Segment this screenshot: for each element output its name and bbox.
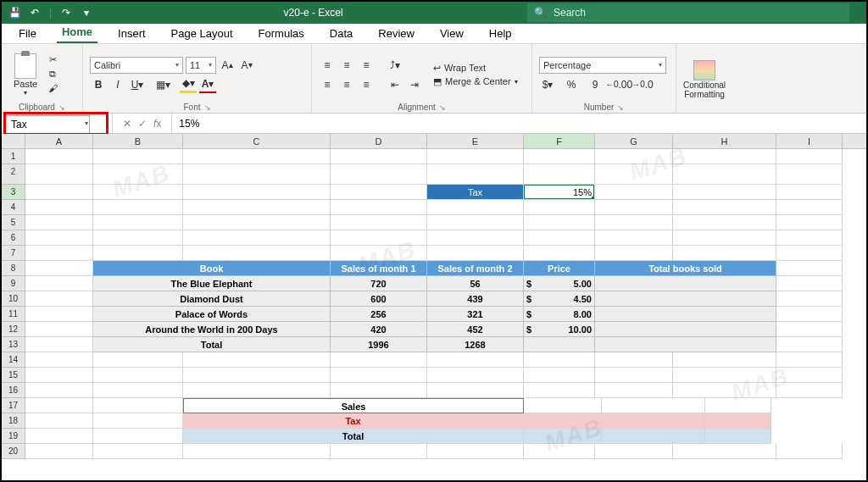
col-header-D[interactable]: D bbox=[331, 134, 427, 148]
orientation-icon[interactable]: ⤴▾ bbox=[387, 57, 403, 74]
cell[interactable] bbox=[595, 185, 673, 200]
cell[interactable] bbox=[524, 149, 595, 164]
cell[interactable] bbox=[25, 246, 93, 261]
cell[interactable] bbox=[427, 444, 524, 459]
cell[interactable] bbox=[427, 230, 524, 246]
cell[interactable] bbox=[602, 398, 705, 413]
cell[interactable] bbox=[93, 200, 183, 215]
cell[interactable] bbox=[602, 413, 705, 429]
cell[interactable] bbox=[776, 337, 843, 352]
cell[interactable] bbox=[183, 215, 331, 230]
cell[interactable] bbox=[25, 215, 93, 230]
col-header-F[interactable]: F bbox=[524, 134, 595, 148]
cell[interactable]: $8.00 bbox=[524, 307, 595, 322]
cell[interactable] bbox=[673, 352, 776, 368]
cell[interactable] bbox=[93, 246, 183, 261]
cell[interactable] bbox=[524, 246, 595, 261]
conditional-formatting-button[interactable]: Conditional Formatting bbox=[683, 60, 726, 99]
tab-page-layout[interactable]: Page Layout bbox=[166, 24, 238, 43]
cell[interactable] bbox=[93, 215, 183, 230]
cell[interactable] bbox=[427, 246, 524, 261]
cell[interactable] bbox=[183, 200, 331, 215]
cell[interactable] bbox=[673, 164, 776, 185]
cell[interactable] bbox=[705, 398, 771, 413]
cell[interactable] bbox=[93, 368, 183, 383]
cell[interactable] bbox=[93, 149, 183, 164]
cell[interactable]: Total bbox=[93, 337, 331, 352]
cell[interactable] bbox=[524, 413, 602, 429]
cell[interactable] bbox=[427, 164, 524, 185]
row-header-19[interactable]: 19 bbox=[2, 429, 25, 444]
cell[interactable] bbox=[673, 200, 776, 215]
row-header-6[interactable]: 6 bbox=[2, 230, 25, 246]
cell[interactable] bbox=[595, 230, 673, 246]
row-header-2[interactable]: 2 bbox=[2, 164, 25, 185]
cell[interactable] bbox=[427, 149, 524, 164]
cell[interactable] bbox=[25, 444, 93, 459]
cell[interactable] bbox=[776, 215, 843, 230]
cell[interactable] bbox=[331, 352, 427, 368]
cell[interactable] bbox=[776, 368, 843, 383]
font-name-combo[interactable]: Calibri▾ bbox=[90, 57, 183, 74]
cell[interactable] bbox=[427, 215, 524, 230]
cell[interactable] bbox=[331, 149, 427, 164]
cell[interactable] bbox=[93, 429, 183, 444]
cell[interactable]: $5.00 bbox=[524, 276, 595, 291]
cell[interactable] bbox=[776, 261, 843, 276]
qat-customize-icon[interactable]: ▾ bbox=[81, 7, 92, 19]
comma-format-button[interactable]: 9 bbox=[587, 76, 604, 93]
cell[interactable] bbox=[25, 337, 93, 352]
cell[interactable]: Price bbox=[524, 261, 595, 276]
cell[interactable] bbox=[183, 383, 331, 398]
col-header-E[interactable]: E bbox=[427, 134, 524, 148]
col-header-C[interactable]: C bbox=[183, 134, 331, 148]
row-header-8[interactable]: 8 bbox=[2, 261, 25, 276]
decrease-indent-icon[interactable]: ⇤ bbox=[387, 76, 403, 93]
cell[interactable] bbox=[25, 164, 93, 185]
row-header-10[interactable]: 10 bbox=[2, 291, 25, 307]
col-header-A[interactable]: A bbox=[25, 134, 93, 148]
cell[interactable] bbox=[427, 383, 524, 398]
increase-indent-icon[interactable]: ⇥ bbox=[406, 76, 423, 93]
cell[interactable] bbox=[427, 368, 524, 383]
tab-insert[interactable]: Insert bbox=[113, 24, 151, 43]
row-header-18[interactable]: 18 bbox=[2, 413, 25, 429]
row-header-1[interactable]: 1 bbox=[2, 149, 25, 164]
cell[interactable] bbox=[93, 398, 183, 413]
cell[interactable] bbox=[776, 185, 843, 200]
cell[interactable] bbox=[331, 230, 427, 246]
increase-decimal-icon[interactable]: ←0.00 bbox=[610, 76, 627, 93]
cell[interactable] bbox=[673, 383, 776, 398]
cell[interactable] bbox=[183, 164, 331, 185]
cell[interactable] bbox=[673, 230, 776, 246]
cell[interactable] bbox=[595, 200, 673, 215]
cell[interactable]: 452 bbox=[427, 322, 524, 337]
cell[interactable] bbox=[705, 413, 771, 429]
font-color-button[interactable]: A▾ bbox=[199, 76, 216, 93]
cell[interactable] bbox=[25, 307, 93, 322]
cell[interactable] bbox=[776, 246, 843, 261]
col-header-H[interactable]: H bbox=[673, 134, 776, 148]
copy-icon[interactable]: ⧉ bbox=[46, 69, 59, 80]
cell[interactable] bbox=[93, 352, 183, 368]
col-header-G[interactable]: G bbox=[595, 134, 673, 148]
row-header-16[interactable]: 16 bbox=[2, 383, 25, 398]
row-header-5[interactable]: 5 bbox=[2, 215, 25, 230]
cell[interactable]: 15% bbox=[524, 185, 595, 200]
undo-icon[interactable]: ↶ bbox=[29, 7, 41, 19]
cell[interactable] bbox=[93, 164, 183, 185]
cell[interactable] bbox=[524, 398, 602, 413]
cell[interactable] bbox=[25, 200, 93, 215]
cell[interactable] bbox=[595, 149, 673, 164]
cell[interactable] bbox=[93, 413, 183, 429]
paste-button[interactable]: Paste ▾ bbox=[8, 53, 42, 97]
cell[interactable] bbox=[776, 276, 843, 291]
cell[interactable] bbox=[673, 246, 776, 261]
format-painter-icon[interactable]: 🖌 bbox=[46, 83, 59, 95]
cell[interactable]: Book bbox=[93, 261, 331, 276]
formula-bar[interactable]: 15% bbox=[171, 114, 866, 133]
cell[interactable]: Total bbox=[183, 429, 524, 444]
cell[interactable]: Diamond Dust bbox=[93, 291, 331, 307]
tab-formulas[interactable]: Formulas bbox=[253, 24, 309, 43]
cell[interactable] bbox=[673, 368, 776, 383]
